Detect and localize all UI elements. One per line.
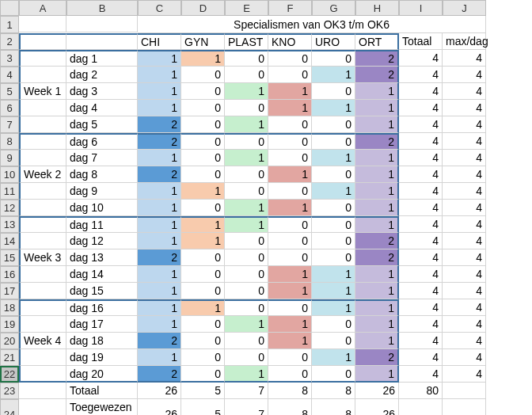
data-cell[interactable]: 0 [268, 183, 312, 200]
row-header[interactable]: 11 [0, 183, 19, 200]
data-cell[interactable]: 0 [312, 249, 355, 266]
row-header[interactable]: 23 [0, 383, 19, 399]
data-cell[interactable]: 0 [225, 233, 268, 249]
data-cell[interactable]: 1 [138, 349, 181, 366]
data-cell[interactable]: 0 [181, 283, 225, 299]
data-cell[interactable]: 0 [181, 333, 225, 349]
row-header[interactable]: 16 [0, 266, 19, 283]
data-cell[interactable]: 2 [138, 166, 181, 183]
row-header[interactable]: 15 [0, 249, 19, 266]
data-cell[interactable]: 0 [312, 50, 355, 67]
data-cell[interactable]: 2 [138, 366, 181, 383]
data-cell[interactable]: 2 [138, 133, 181, 150]
data-cell[interactable]: 2 [138, 249, 181, 266]
data-cell[interactable]: 0 [181, 316, 225, 333]
data-cell[interactable]: 1 [355, 216, 399, 233]
data-cell[interactable]: 0 [181, 200, 225, 216]
data-cell[interactable]: 1 [312, 67, 355, 83]
data-cell[interactable]: 0 [268, 249, 312, 266]
data-cell[interactable]: 0 [225, 100, 268, 116]
data-cell[interactable]: 0 [181, 166, 225, 183]
data-cell[interactable]: 1 [138, 266, 181, 283]
col-header[interactable]: J [443, 0, 486, 16]
data-cell[interactable]: 1 [138, 67, 181, 83]
data-cell[interactable]: 0 [225, 166, 268, 183]
data-cell[interactable]: 1 [355, 183, 399, 200]
data-cell[interactable]: 2 [355, 50, 399, 67]
row-header[interactable]: 7 [0, 116, 19, 133]
data-cell[interactable]: 0 [181, 67, 225, 83]
row-header[interactable]: 2 [0, 33, 19, 50]
spreadsheet-grid[interactable]: ABCDEFGHIJ1Specialismen van OK3 t/m OK62… [0, 0, 532, 415]
data-cell[interactable]: 1 [225, 200, 268, 216]
row-header[interactable]: 4 [0, 67, 19, 83]
row-header[interactable]: 19 [0, 316, 19, 333]
cell[interactable] [19, 33, 66, 50]
data-cell[interactable]: 0 [312, 200, 355, 216]
data-cell[interactable]: 1 [355, 266, 399, 283]
data-cell[interactable]: 1 [138, 83, 181, 100]
data-cell[interactable]: 1 [181, 299, 225, 316]
data-cell[interactable]: 0 [268, 216, 312, 233]
data-cell[interactable]: 1 [312, 349, 355, 366]
col-header[interactable]: C [138, 0, 181, 16]
data-cell[interactable]: 1 [268, 266, 312, 283]
col-header[interactable]: D [181, 0, 225, 16]
data-cell[interactable]: 0 [268, 150, 312, 166]
row-header[interactable]: 17 [0, 283, 19, 299]
col-header[interactable]: B [66, 0, 138, 16]
data-cell[interactable]: 1 [181, 216, 225, 233]
data-cell[interactable]: 0 [181, 133, 225, 150]
data-cell[interactable]: 0 [312, 333, 355, 349]
row-header[interactable]: 10 [0, 166, 19, 183]
data-cell[interactable]: 2 [355, 133, 399, 150]
data-cell[interactable]: 1 [268, 333, 312, 349]
data-cell[interactable]: 0 [312, 216, 355, 233]
data-cell[interactable]: 1 [312, 266, 355, 283]
data-cell[interactable]: 1 [138, 200, 181, 216]
row-header[interactable]: 9 [0, 150, 19, 166]
data-cell[interactable]: 1 [312, 299, 355, 316]
data-cell[interactable]: 0 [181, 266, 225, 283]
data-cell[interactable]: 0 [312, 116, 355, 133]
row-header[interactable]: 3 [0, 50, 19, 67]
data-cell[interactable]: 0 [225, 266, 268, 283]
row-header[interactable]: 5 [0, 83, 19, 100]
data-cell[interactable]: 0 [268, 366, 312, 383]
data-cell[interactable]: 1 [138, 50, 181, 67]
data-cell[interactable]: 1 [225, 366, 268, 383]
data-cell[interactable]: 0 [181, 349, 225, 366]
data-cell[interactable]: 0 [181, 366, 225, 383]
data-cell[interactable]: 0 [312, 233, 355, 249]
cell[interactable] [66, 33, 138, 50]
data-cell[interactable]: 0 [225, 133, 268, 150]
data-cell[interactable]: 0 [268, 349, 312, 366]
data-cell[interactable]: 1 [268, 100, 312, 116]
col-header[interactable]: G [312, 0, 355, 16]
data-cell[interactable]: 1 [355, 333, 399, 349]
row-header[interactable]: 13 [0, 216, 19, 233]
data-cell[interactable]: 1 [138, 283, 181, 299]
data-cell[interactable]: 1 [138, 100, 181, 116]
data-cell[interactable]: 0 [268, 67, 312, 83]
data-cell[interactable]: 1 [268, 200, 312, 216]
row-header[interactable]: 8 [0, 133, 19, 150]
data-cell[interactable]: 1 [355, 316, 399, 333]
data-cell[interactable]: 0 [268, 50, 312, 67]
data-cell[interactable]: 2 [355, 67, 399, 83]
data-cell[interactable]: 1 [138, 216, 181, 233]
row-header[interactable]: 1 [0, 16, 19, 33]
data-cell[interactable]: 0 [225, 299, 268, 316]
data-cell[interactable]: 1 [355, 116, 399, 133]
data-cell[interactable]: 0 [268, 299, 312, 316]
data-cell[interactable]: 1 [225, 116, 268, 133]
data-cell[interactable]: 1 [225, 150, 268, 166]
data-cell[interactable]: 0 [225, 283, 268, 299]
row-header[interactable]: 22 [0, 366, 19, 383]
data-cell[interactable]: 1 [312, 183, 355, 200]
cell[interactable] [66, 16, 138, 32]
data-cell[interactable]: 1 [225, 83, 268, 100]
data-cell[interactable]: 1 [268, 283, 312, 299]
data-cell[interactable]: 1 [138, 299, 181, 316]
row-header[interactable]: 12 [0, 200, 19, 216]
